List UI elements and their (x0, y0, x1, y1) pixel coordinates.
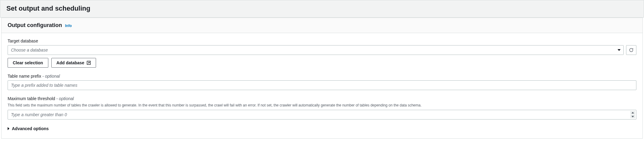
caret-right-icon (8, 127, 9, 130)
max-threshold-label: Maximum table threshold - optional (8, 96, 636, 101)
page-header: Set output and scheduling (0, 0, 644, 18)
target-database-label: Target database (8, 39, 636, 43)
info-link[interactable]: Info (65, 24, 72, 28)
max-threshold-input[interactable] (8, 110, 636, 120)
table-prefix-label: Table name prefix - optional (8, 74, 636, 79)
add-database-label: Add database (57, 60, 84, 65)
table-prefix-field: Table name prefix - optional (8, 74, 636, 90)
target-database-field: Target database Choose a database (8, 39, 636, 68)
clear-selection-button[interactable]: Clear selection (8, 58, 48, 68)
number-spinner (630, 111, 635, 118)
max-threshold-hint: This field sets the maximum number of ta… (8, 103, 636, 108)
page-title: Set output and scheduling (6, 5, 638, 12)
target-database-placeholder: Choose a database (11, 48, 48, 52)
refresh-button[interactable] (626, 45, 636, 55)
output-config-panel: Output configuration Info Target databas… (1, 18, 643, 139)
add-database-button[interactable]: Add database (51, 58, 96, 68)
clear-selection-label: Clear selection (13, 60, 43, 65)
table-prefix-input[interactable] (8, 80, 636, 90)
target-database-select[interactable]: Choose a database (8, 45, 624, 55)
caret-up-icon (632, 112, 634, 113)
external-link-icon (87, 61, 91, 65)
panel-title: Output configuration (8, 22, 62, 29)
advanced-options-label: Advanced options (12, 126, 49, 131)
panel-header: Output configuration Info (2, 18, 642, 33)
spinner-down-button[interactable] (630, 115, 635, 118)
max-threshold-field: Maximum table threshold - optional This … (8, 96, 636, 120)
advanced-options-toggle[interactable]: Advanced options (8, 126, 49, 131)
panel-body: Target database Choose a database (2, 33, 642, 138)
spinner-up-button[interactable] (630, 111, 635, 115)
refresh-icon (629, 48, 634, 52)
caret-down-icon (632, 116, 634, 117)
